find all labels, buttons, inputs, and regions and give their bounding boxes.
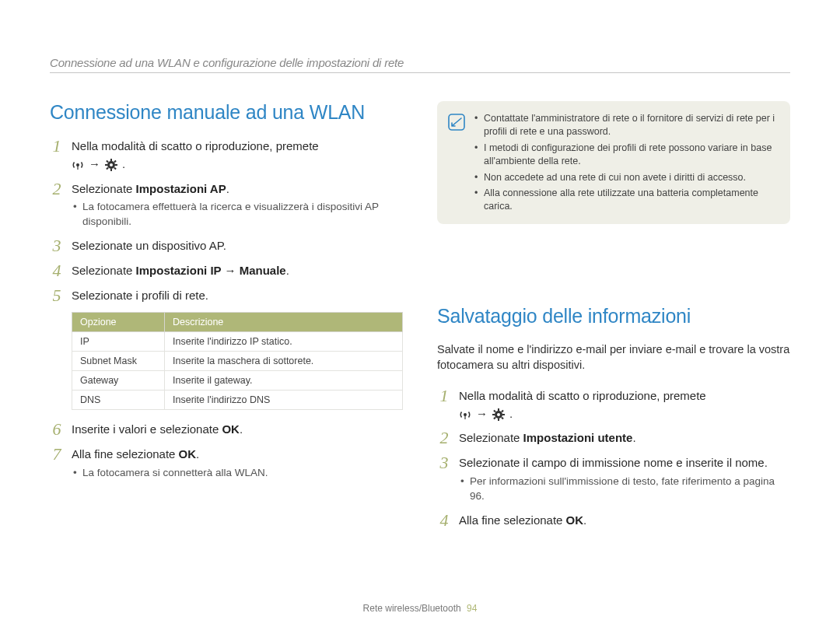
step-4: 4 Selezionate Impostazioni IP → Manuale. <box>50 262 403 279</box>
step-3: 3 Selezionate un dispositivo AP. <box>50 237 403 254</box>
step-5: 5 Selezionate i profili di rete. <box>50 287 403 304</box>
cell: Subnet Mask <box>72 352 165 371</box>
svg-rect-17 <box>498 408 499 411</box>
cell: Inserite l'indirizzo IP statico. <box>165 332 403 352</box>
svg-rect-6 <box>105 164 107 166</box>
step-number: 5 <box>50 287 64 304</box>
table-header-description: Descrizione <box>165 313 403 332</box>
svg-rect-4 <box>110 159 112 161</box>
step-sub: La fotocamera effettuerà la ricerca e vi… <box>72 200 403 229</box>
step-bold: OK <box>566 513 584 527</box>
step-number: 2 <box>437 429 451 447</box>
step-bold: Impostazioni utente <box>523 431 633 444</box>
cell: IP <box>72 332 165 352</box>
note-item: Non accedete ad una rete di cui non avet… <box>474 171 778 184</box>
svg-rect-5 <box>110 169 112 171</box>
step-bold: OK <box>179 447 197 461</box>
svg-rect-14 <box>464 415 465 419</box>
svg-rect-20 <box>502 414 505 415</box>
step-text: Selezionate i profili di rete. <box>72 289 208 302</box>
arrow-text: → <box>476 405 488 422</box>
step-number: 3 <box>437 454 451 471</box>
step-4: 4 Alla fine selezionate OK. <box>437 512 790 529</box>
left-column: Connessione manuale ad una WLAN 1 Nella … <box>50 101 403 537</box>
cell: Inserite la maschera di sottorete. <box>165 352 403 371</box>
cell: Gateway <box>72 371 165 391</box>
cell: Inserite il gateway. <box>165 371 403 391</box>
gear-icon <box>492 405 505 422</box>
gear-icon <box>105 156 117 173</box>
arrow-text: → <box>89 156 100 173</box>
table-row: GatewayInserite il gateway. <box>72 371 403 391</box>
note-icon <box>448 112 465 213</box>
step-6: 6 Inserite i valori e selezionate OK. <box>50 421 403 438</box>
step-text: Selezionate <box>72 182 136 195</box>
svg-rect-18 <box>498 419 499 421</box>
footer-section: Rete wireless/Bluetooth <box>363 603 461 614</box>
save-steps: 1 Nella modalità di scatto o riproduzion… <box>437 387 790 529</box>
svg-rect-19 <box>492 414 495 415</box>
wlan-steps-cont: 6 Inserite i valori e selezionate OK. 7 … <box>50 421 403 481</box>
step-text: Inserite i valori e selezionate <box>72 422 222 436</box>
step-number: 3 <box>50 237 64 254</box>
wireless-icon <box>459 405 471 422</box>
step-tail: . <box>286 264 289 277</box>
page-footer: Rete wireless/Bluetooth 94 <box>0 603 840 614</box>
step-number: 4 <box>437 512 451 529</box>
step-bold: Impostazioni AP <box>136 182 226 195</box>
step-tail: . <box>583 513 586 527</box>
wireless-icon <box>72 156 84 173</box>
step-text: Selezionate <box>459 431 523 444</box>
cell: DNS <box>72 391 165 410</box>
svg-point-16 <box>497 413 500 416</box>
step-text: Selezionate un dispositivo AP. <box>72 239 226 252</box>
step-text: Selezionate il campo di immissione nome … <box>459 456 768 469</box>
content-columns: Connessione manuale ad una WLAN 1 Nella … <box>50 101 790 537</box>
cell: Inserite l'indirizzo DNS <box>165 391 403 410</box>
step-number: 2 <box>50 180 64 198</box>
svg-rect-7 <box>115 164 117 166</box>
note-list: Contattate l'amministratore di rete o il… <box>474 112 778 213</box>
step-2: 2 Selezionate Impostazioni utente. <box>437 429 790 447</box>
page-number: 94 <box>467 603 477 614</box>
step-1: 1 Nella modalità di scatto o riproduzion… <box>437 387 790 422</box>
step-1: 1 Nella modalità di scatto o riproduzion… <box>50 138 403 173</box>
note-item: Alla connessione alla rete utilizzate un… <box>474 187 778 213</box>
step-3: 3 Selezionate il campo di immissione nom… <box>437 454 790 504</box>
step-tail: . <box>226 182 229 195</box>
step-tail: . <box>632 431 635 444</box>
section-title-save: Salvataggio delle informazioni <box>437 305 790 328</box>
step-text: Alla fine selezionate <box>72 447 179 461</box>
step-number: 1 <box>50 138 64 155</box>
step-number: 4 <box>50 262 64 279</box>
step-tail: . <box>122 156 125 173</box>
step-tail: . <box>240 422 243 436</box>
step-number: 7 <box>50 446 64 463</box>
table-row: IPInserite l'indirizzo IP statico. <box>72 332 403 352</box>
step-number: 1 <box>437 387 451 405</box>
section-title-wlan: Connessione manuale ad una WLAN <box>50 101 403 124</box>
step-7: 7 Alla fine selezionate OK. La fotocamer… <box>50 446 403 481</box>
network-options-table: Opzione Descrizione IPInserite l'indiriz… <box>72 312 403 410</box>
step-bold: Impostazioni IP → Manuale <box>136 264 286 277</box>
table-row: Subnet MaskInserite la maschera di sotto… <box>72 352 403 371</box>
step-sub: La fotocamera si connetterà alla WLAN. <box>72 466 403 481</box>
wlan-steps: 1 Nella modalità di scatto o riproduzion… <box>50 138 403 304</box>
step-sub: Per informazioni sull'immissione di test… <box>459 475 790 504</box>
step-text: Alla fine selezionate <box>459 513 566 527</box>
step-number: 6 <box>50 421 64 438</box>
step-tail: . <box>509 405 513 422</box>
step-text: Selezionate <box>72 264 136 277</box>
section-intro: Salvate il nome e l'indirizzo e-mail per… <box>437 342 790 373</box>
right-column: Contattate l'amministratore di rete o il… <box>437 101 790 537</box>
svg-point-3 <box>110 163 113 166</box>
breadcrumb: Connessione ad una WLAN e configurazione… <box>50 56 790 73</box>
step-bold: OK <box>222 422 240 436</box>
note-item: Contattate l'amministratore di rete o il… <box>474 112 778 138</box>
svg-rect-1 <box>77 166 78 170</box>
step-2: 2 Selezionate Impostazioni AP. La fotoca… <box>50 180 403 230</box>
info-note-box: Contattate l'amministratore di rete o il… <box>437 101 790 224</box>
step-text: Nella modalità di scatto o riproduzione,… <box>72 139 319 152</box>
note-item: I metodi di configurazione dei profili d… <box>474 142 778 168</box>
step-tail: . <box>196 447 199 461</box>
